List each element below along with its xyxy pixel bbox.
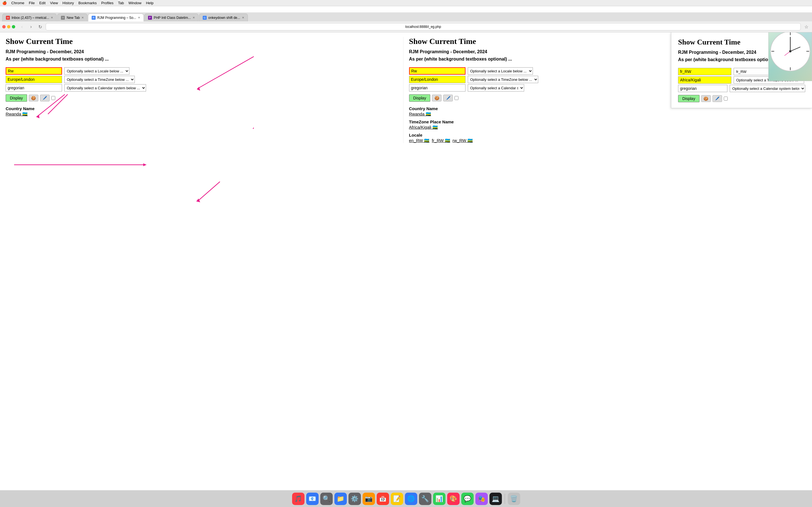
menu-file[interactable]: File — [29, 1, 35, 5]
left-button-row: Display 🍪 🖊️ — [6, 94, 399, 102]
tab-favicon-newtab: + — [61, 16, 65, 20]
right-button-row: Display 🍪 🖊️ — [678, 95, 805, 102]
right-icon-btn2[interactable]: 🖊️ — [712, 95, 722, 102]
back-button[interactable]: ‹ — [18, 23, 26, 30]
tab-favicon-php: P — [148, 16, 152, 20]
tab-label-gmail: Inbox (2,437) – rmetcal... — [11, 16, 49, 20]
right-calendar-dropdown[interactable]: Optionally select a Calendar system belo… — [730, 85, 805, 92]
middle-icon-btn2[interactable]: 🖊️ — [443, 95, 453, 101]
tab-label-newtab: New Tab — [66, 16, 80, 20]
left-column: Show Current Time RJM Programming - Dece… — [6, 37, 403, 143]
middle-calendar-dropdown[interactable]: Optionally select a Calendar system belo — [468, 84, 524, 92]
locale-rw[interactable]: rw_RW 🇷🇼 — [453, 138, 473, 143]
tab-close-rjm[interactable]: ✕ — [138, 16, 140, 19]
forward-button[interactable]: › — [28, 23, 35, 30]
middle-calendar-input[interactable] — [409, 84, 465, 92]
left-form-row1: Optionally select a Locale below ... — [6, 67, 399, 75]
left-result: Country Name Rwanda 🇷🇼 — [6, 106, 399, 117]
locale-links: en_RW 🇷🇼 fr_RW 🇷🇼 rw_RW 🇷🇼 — [409, 138, 802, 143]
menu-tab[interactable]: Tab — [118, 1, 124, 5]
middle-timezone-input[interactable] — [409, 76, 465, 83]
middle-timezone-dropdown[interactable]: Optionally select a TimeZone below ... — [468, 76, 538, 83]
tab-favicon-rjm: R — [92, 16, 96, 20]
menu-bookmarks[interactable]: Bookmarks — [79, 1, 97, 5]
left-icon-btn1[interactable]: 🍪 — [29, 95, 38, 101]
right-checkbox[interactable] — [724, 97, 728, 101]
tabs-bar: M Inbox (2,437) – rmetcal... ✕ + New Tab… — [0, 12, 812, 21]
middle-display-button[interactable]: Display — [409, 94, 430, 102]
middle-icon-btn1[interactable]: 🍪 — [432, 95, 442, 101]
menu-view[interactable]: View — [50, 1, 58, 5]
middle-checkbox[interactable] — [455, 96, 458, 100]
right-timezone-input[interactable] — [678, 76, 731, 83]
right-calendar-input[interactable] — [678, 85, 727, 92]
menu-chrome[interactable]: Chrome — [11, 1, 24, 5]
bookmark-button[interactable]: ☆ — [803, 23, 810, 30]
apple-menu[interactable]: 🍎 — [2, 1, 7, 5]
refresh-button[interactable]: ↻ — [37, 23, 43, 30]
tab-newtab[interactable]: + New Tab ✕ — [57, 13, 87, 21]
tab-favicon-google: G — [203, 16, 207, 20]
middle-country-value: Rwanda 🇷🇼 — [409, 112, 802, 117]
left-form-row2: Optionally select a TimeZone below ... — [6, 76, 399, 83]
menu-history[interactable]: History — [63, 1, 74, 5]
close-button[interactable] — [2, 25, 6, 29]
left-country-label: Country Name — [6, 106, 399, 111]
left-calendar-input[interactable] — [6, 84, 62, 92]
tab-close-newtab[interactable]: ✕ — [82, 16, 84, 19]
middle-locale-dropdown[interactable]: Optionally select a Locale below ... — [468, 67, 533, 75]
right-icon-btn1[interactable]: 🍪 — [701, 95, 711, 102]
left-subtitle: RJM Programming - December, 2024 — [6, 49, 399, 54]
tab-close-google[interactable]: ✕ — [242, 16, 244, 19]
left-description: As per (white background textboxes optio… — [6, 57, 399, 62]
middle-timezone-value: Africa/Kigali 🇷🇼 — [409, 125, 802, 130]
menu-bar: 🍎 Chrome File Edit View History Bookmark… — [0, 0, 812, 6]
tab-gmail[interactable]: M Inbox (2,437) – rmetcal... ✕ — [2, 13, 57, 21]
tab-google[interactable]: G onkeydown shift de... ✕ — [199, 13, 248, 21]
maximize-button[interactable] — [12, 25, 15, 29]
tab-label-rjm: RJM Programming – So... — [97, 16, 136, 20]
left-display-button[interactable]: Display — [6, 94, 27, 102]
minimize-button[interactable] — [7, 25, 10, 29]
locale-fr[interactable]: fr_RW 🇷🇼 — [432, 138, 450, 143]
left-calendar-dropdown[interactable]: Optionally select a Calendar system belo… — [64, 84, 146, 92]
menu-profiles[interactable]: Profiles — [101, 1, 113, 5]
left-timezone-dropdown[interactable]: Optionally select a TimeZone below ... — [64, 76, 135, 83]
menu-edit[interactable]: Edit — [39, 1, 45, 5]
left-title: Show Current Time — [6, 37, 399, 46]
tab-label-php: PHP Intl Class Datetim... — [154, 16, 191, 20]
svg-point-15 — [789, 50, 792, 52]
tab-php[interactable]: P PHP Intl Class Datetim... ✕ — [144, 13, 199, 21]
right-form-row3: Optionally select a Calendar system belo… — [678, 85, 805, 92]
left-locale-dropdown[interactable]: Optionally select a Locale below ... — [64, 67, 130, 75]
left-checkbox[interactable] — [51, 96, 55, 100]
left-form-row3: Optionally select a Calendar system belo… — [6, 84, 399, 92]
left-form: Optionally select a Locale below ... Opt… — [6, 67, 399, 102]
left-icon-btn2[interactable]: 🖊️ — [40, 95, 50, 101]
left-locale-input[interactable] — [6, 67, 62, 75]
right-locale-input[interactable] — [678, 68, 731, 75]
middle-result: Country Name Rwanda 🇷🇼 TimeZone Place Na… — [409, 106, 802, 143]
tab-close-gmail[interactable]: ✕ — [51, 16, 53, 19]
menu-window[interactable]: Window — [128, 1, 141, 5]
address-bar[interactable] — [46, 23, 801, 31]
tab-favicon-gmail: M — [6, 16, 10, 20]
middle-locale-label: Locale — [409, 133, 802, 137]
left-timezone-input[interactable] — [6, 76, 62, 83]
traffic-lights — [2, 25, 15, 29]
browser-toolbar: ‹ › ↻ ☆ — [0, 21, 812, 32]
middle-timezone-label: TimeZone Place Name — [409, 119, 802, 124]
tab-rjm[interactable]: R RJM Programming – So... ✕ — [88, 13, 144, 21]
menu-help[interactable]: Help — [146, 1, 154, 5]
middle-locale-input[interactable] — [409, 67, 465, 75]
tab-label-google: onkeydown shift de... — [208, 16, 240, 20]
left-country-value: Rwanda 🇷🇼 — [6, 112, 399, 117]
tab-close-php[interactable]: ✕ — [193, 16, 195, 19]
right-display-button[interactable]: Display — [678, 95, 700, 102]
locale-en[interactable]: en_RW 🇷🇼 — [409, 138, 430, 143]
